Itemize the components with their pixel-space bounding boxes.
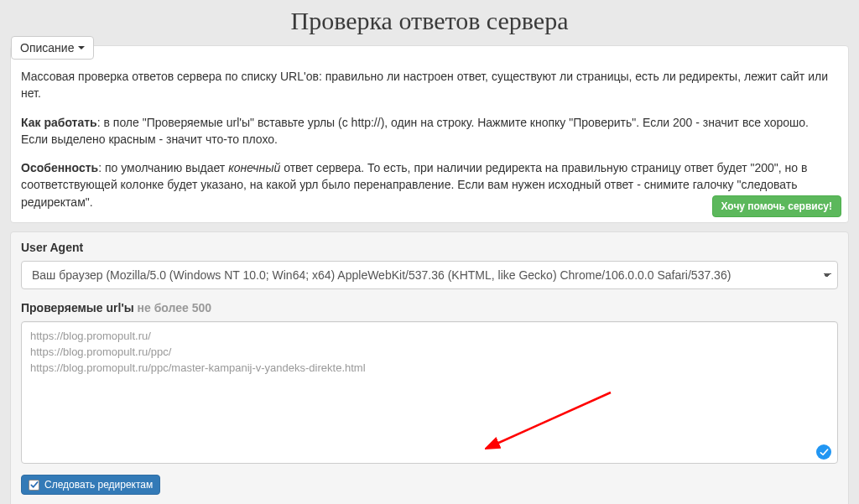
description-line-1: Массовая проверка ответов сервера по спи… — [21, 68, 838, 102]
checkbox-checked-icon — [29, 480, 39, 491]
description-panel: Описание Массовая проверка ответов серве… — [10, 45, 849, 223]
form-panel: User Agent Ваш браузер (Mozilla/5.0 (Win… — [10, 231, 849, 504]
page-title: Проверка ответов сервера — [0, 0, 859, 45]
description-toggle-label: Описание — [20, 41, 74, 55]
description-toggle-button[interactable]: Описание — [11, 36, 94, 60]
help-service-button[interactable]: Хочу помочь сервису! — [712, 195, 841, 217]
check-circle-icon — [816, 444, 831, 460]
user-agent-label: User Agent — [21, 241, 838, 254]
urls-label: Проверяемые url'ы не более 500 — [21, 301, 838, 314]
follow-redirects-label: Следовать редиректам — [44, 479, 153, 491]
urls-textarea[interactable] — [21, 321, 838, 464]
follow-redirects-toggle[interactable]: Следовать редиректам — [21, 475, 160, 495]
user-agent-select[interactable]: Ваш браузер (Mozilla/5.0 (Windows NT 10.… — [21, 261, 838, 289]
description-line-2: Как работать: в поле "Проверяемые url'ы"… — [21, 114, 838, 148]
caret-down-icon — [78, 46, 85, 49]
